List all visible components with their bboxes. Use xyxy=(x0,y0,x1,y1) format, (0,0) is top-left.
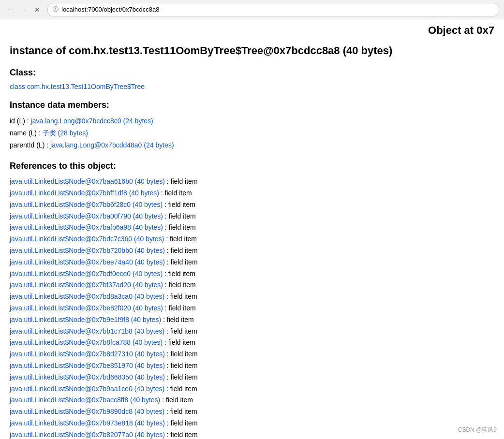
ref-link[interactable]: java.util.LinkedList$Node@0x7bb6f28c0 (4… xyxy=(10,201,163,208)
browser-chrome: ← → ✕ ⓘ localhost:7000/object/0x7bcdcc8a… xyxy=(0,0,504,19)
ref-link[interactable]: java.util.LinkedList$Node@0x7bee74a40 (4… xyxy=(10,258,165,266)
page-header-right: Object at 0x7 xyxy=(0,19,504,39)
ref-list: java.util.LinkedList$Node@0x7baa616b0 (4… xyxy=(10,176,494,439)
ref-link[interactable]: java.util.LinkedList$Node@0x7bbff1df8 (4… xyxy=(10,189,159,197)
ref-link[interactable]: java.util.LinkedList$Node@0x7b9890dc8 (4… xyxy=(10,408,164,415)
ref-link[interactable]: java.util.LinkedList$Node@0x7b8d27310 (4… xyxy=(10,350,165,358)
ref-link[interactable]: java.util.LinkedList$Node@0x7bdf0ece0 (4… xyxy=(10,270,163,278)
ref-item: java.util.LinkedList$Node@0x7bdf0ece0 (4… xyxy=(10,268,494,280)
ref-item: java.util.LinkedList$Node@0x7bacc8ff8 (4… xyxy=(10,395,494,406)
ref-item: java.util.LinkedList$Node@0x7b82077a0 (4… xyxy=(10,429,494,439)
ref-link[interactable]: java.util.LinkedList$Node@0x7bf37ad20 (4… xyxy=(10,281,163,289)
ref-item: java.util.LinkedList$Node@0x7bd668350 (4… xyxy=(10,372,494,383)
ref-item: java.util.LinkedList$Node@0x7bdc7c360 (4… xyxy=(10,234,494,245)
ref-item: java.util.LinkedList$Node@0x7b9890dc8 (4… xyxy=(10,406,494,418)
ref-link[interactable]: java.util.LinkedList$Node@0x7bd668350 (4… xyxy=(10,373,165,381)
instance-row-name: name (L) : 子类 (28 bytes) xyxy=(10,127,494,139)
ref-link[interactable]: java.util.LinkedList$Node@0x7bdc7c360 (4… xyxy=(10,235,164,243)
ref-item: java.util.LinkedList$Node@0x7bd8a3ca0 (4… xyxy=(10,291,494,303)
ref-item: java.util.LinkedList$Node@0x7baa616b0 (4… xyxy=(10,176,494,188)
instance-section-heading: Instance data members: xyxy=(10,100,494,110)
instance-row-id: id (L) : java.lang.Long@0x7bcdcc8c0 (24 … xyxy=(10,115,494,127)
instance-parentid-link[interactable]: java.lang.Long@0x7bcdd48a0 (24 bytes) xyxy=(50,141,174,149)
instance-id-prefix: id (L) : xyxy=(10,117,31,125)
url-text: localhost:7000/object/0x7bcdcc8a8 xyxy=(61,6,159,13)
ref-item: java.util.LinkedList$Node@0x7bf37ad20 (4… xyxy=(10,279,494,291)
class-link-container: class com.hx.test13.Test11OomByTree$Tree xyxy=(10,83,494,90)
watermark: CSDN @蓝风9 xyxy=(458,426,497,434)
lock-icon: ⓘ xyxy=(53,5,59,14)
ref-item: java.util.LinkedList$Node@0x7bb6f28c0 (4… xyxy=(10,199,494,211)
ref-link[interactable]: java.util.LinkedList$Node@0x7bb720bb0 (4… xyxy=(10,247,165,254)
ref-link[interactable]: java.util.LinkedList$Node@0x7bd8a3ca0 (4… xyxy=(10,293,164,300)
instance-data: id (L) : java.lang.Long@0x7bcdcc8c0 (24 … xyxy=(10,115,494,152)
ref-link[interactable]: java.util.LinkedList$Node@0x7b9aa1ce0 (4… xyxy=(10,385,164,393)
ref-link[interactable]: java.util.LinkedList$Node@0x7be851970 (4… xyxy=(10,362,165,369)
ref-link[interactable]: java.util.LinkedList$Node@0x7bacc8ff8 (4… xyxy=(10,396,160,404)
instance-id-link[interactable]: java.lang.Long@0x7bcdcc8c0 (24 bytes) xyxy=(31,117,153,125)
address-bar[interactable]: ⓘ localhost:7000/object/0x7bcdcc8a8 xyxy=(47,3,499,16)
main-content: instance of com.hx.test13.Test11OomByTre… xyxy=(0,39,504,439)
references-section: References to this object: java.util.Lin… xyxy=(10,161,494,439)
instance-name-prefix: name (L) : xyxy=(10,129,43,137)
header-right-text: Object at 0x7 xyxy=(428,24,494,36)
ref-item: java.util.LinkedList$Node@0x7be82f020 (4… xyxy=(10,303,494,314)
ref-link[interactable]: java.util.LinkedList$Node@0x7b8fca788 (4… xyxy=(10,338,163,346)
ref-link[interactable]: java.util.LinkedList$Node@0x7be82f020 (4… xyxy=(10,304,163,312)
ref-link[interactable]: java.util.LinkedList$Node@0x7baa616b0 (4… xyxy=(10,177,165,185)
ref-link[interactable]: java.util.LinkedList$Node@0x7bb1c71b8 (4… xyxy=(10,327,164,335)
forward-button[interactable]: → xyxy=(18,4,29,15)
instance-name-link[interactable]: 子类 (28 bytes) xyxy=(43,129,88,137)
ref-item: java.util.LinkedList$Node@0x7bb1c71b8 (4… xyxy=(10,326,494,337)
ref-link[interactable]: java.util.LinkedList$Node@0x7ba00f790 (4… xyxy=(10,212,163,220)
ref-item: java.util.LinkedList$Node@0x7be851970 (4… xyxy=(10,360,494,372)
ref-item: java.util.LinkedList$Node@0x7b9aa1ce0 (4… xyxy=(10,383,494,395)
ref-link[interactable]: java.util.LinkedList$Node@0x7bafb6a98 (4… xyxy=(10,223,163,231)
ref-item: java.util.LinkedList$Node@0x7bb720bb0 (4… xyxy=(10,245,494,257)
ref-item: java.util.LinkedList$Node@0x7b8d27310 (4… xyxy=(10,349,494,360)
back-button[interactable]: ← xyxy=(5,4,15,15)
ref-item: java.util.LinkedList$Node@0x7b8fca788 (4… xyxy=(10,337,494,349)
class-link[interactable]: class com.hx.test13.Test11OomByTree$Tree xyxy=(10,83,145,90)
instance-parentid-prefix: parentId (L) : xyxy=(10,141,50,149)
nav-buttons: ← → ✕ xyxy=(5,4,43,15)
close-button[interactable]: ✕ xyxy=(32,4,43,15)
ref-item: java.util.LinkedList$Node@0x7ba00f790 (4… xyxy=(10,211,494,222)
ref-item: java.util.LinkedList$Node@0x7b9e1f9f8 (4… xyxy=(10,314,494,326)
ref-link[interactable]: java.util.LinkedList$Node@0x7b9e1f9f8 (4… xyxy=(10,316,161,323)
ref-item: java.util.LinkedList$Node@0x7b973e818 (4… xyxy=(10,418,494,429)
main-title: instance of com.hx.test13.Test11OomByTre… xyxy=(10,44,494,58)
class-section-heading: Class: xyxy=(10,68,494,78)
ref-link[interactable]: java.util.LinkedList$Node@0x7b973e818 (4… xyxy=(10,419,165,427)
references-section-heading: References to this object: xyxy=(10,161,494,171)
ref-item: java.util.LinkedList$Node@0x7bbff1df8 (4… xyxy=(10,188,494,199)
ref-item: java.util.LinkedList$Node@0x7bafb6a98 (4… xyxy=(10,222,494,234)
ref-item: java.util.LinkedList$Node@0x7bee74a40 (4… xyxy=(10,257,494,268)
instance-row-parentid: parentId (L) : java.lang.Long@0x7bcdd48a… xyxy=(10,139,494,151)
ref-link[interactable]: java.util.LinkedList$Node@0x7b82077a0 (4… xyxy=(10,431,165,439)
